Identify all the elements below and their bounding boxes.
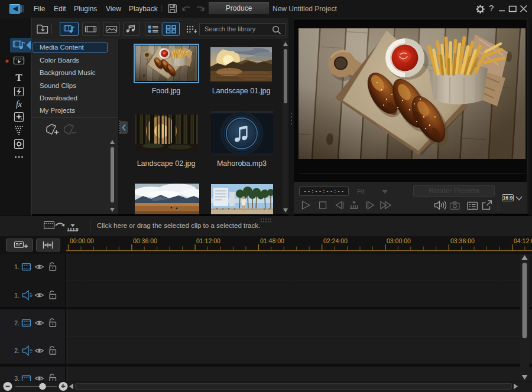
svg-text:00:36:00: 00:36:00 [133, 237, 157, 244]
svg-text:01:12:00: 01:12:00 [196, 237, 220, 244]
svg-text:02:24:00: 02:24:00 [323, 237, 348, 244]
svg-text:00:00:00: 00:00:00 [70, 237, 94, 244]
svg-text:01:48:00: 01:48:00 [260, 237, 284, 244]
svg-text:2.: 2. [14, 347, 20, 354]
svg-text:3.: 3. [14, 375, 20, 381]
svg-text:03:36:00: 03:36:00 [450, 237, 475, 244]
svg-text:1.: 1. [14, 263, 20, 270]
svg-text:fx: fx [16, 100, 22, 109]
svg-text:1.: 1. [14, 292, 20, 299]
svg-text:03:00:00: 03:00:00 [387, 237, 411, 244]
svg-text:04:12:0: 04:12:0 [514, 237, 532, 244]
svg-text:T: T [15, 72, 22, 83]
svg-text:2.: 2. [14, 319, 20, 326]
